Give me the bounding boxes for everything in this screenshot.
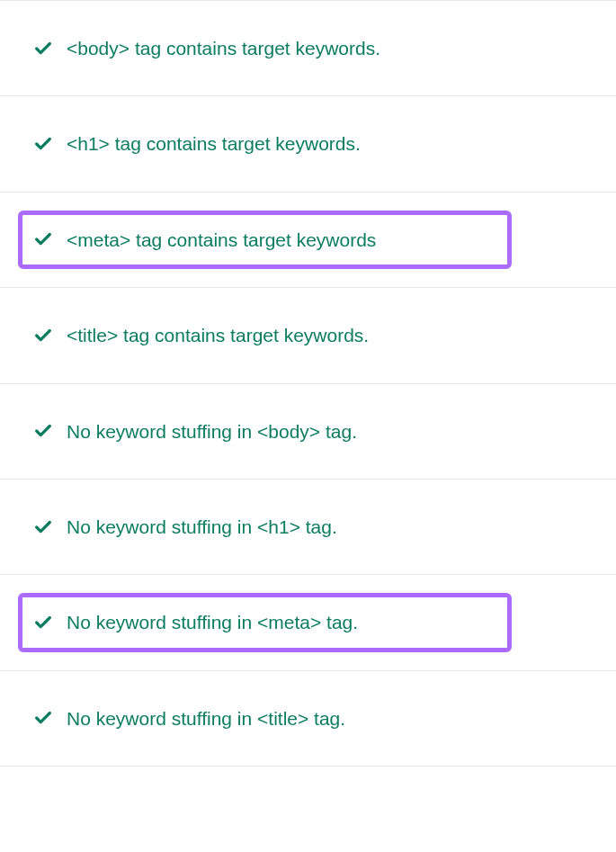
- checkmark-icon: [32, 229, 54, 250]
- check-text: No keyword stuffing in <body> tag.: [67, 418, 357, 444]
- check-item-title-stuffing[interactable]: No keyword stuffing in <title> tag.: [0, 671, 616, 767]
- check-item-h1-keywords[interactable]: <h1> tag contains target keywords.: [0, 96, 616, 192]
- checkmark-icon: [32, 612, 54, 633]
- check-item-body-keywords[interactable]: <body> tag contains target keywords.: [0, 0, 616, 96]
- check-item-title-keywords[interactable]: <title> tag contains target keywords.: [0, 288, 616, 383]
- checkmark-icon: [32, 38, 54, 59]
- check-item-h1-stuffing[interactable]: No keyword stuffing in <h1> tag.: [0, 480, 616, 575]
- check-item-meta-keywords[interactable]: <meta> tag contains target keywords: [0, 193, 616, 288]
- check-text: <title> tag contains target keywords.: [67, 322, 369, 348]
- check-text: <meta> tag contains target keywords: [67, 227, 376, 253]
- check-item-meta-stuffing[interactable]: No keyword stuffing in <meta> tag.: [0, 575, 616, 670]
- checkmark-icon: [32, 707, 54, 729]
- checkmark-icon: [32, 325, 54, 346]
- check-text: No keyword stuffing in <h1> tag.: [67, 514, 337, 540]
- check-text: <h1> tag contains target keywords.: [67, 130, 361, 157]
- seo-checklist: <body> tag contains target keywords. <h1…: [0, 0, 616, 767]
- checkmark-icon: [32, 420, 54, 442]
- checkmark-icon: [32, 516, 54, 538]
- check-item-body-stuffing[interactable]: No keyword stuffing in <body> tag.: [0, 384, 616, 480]
- check-text: No keyword stuffing in <title> tag.: [67, 705, 345, 731]
- checkmark-icon: [32, 133, 54, 155]
- check-text: <body> tag contains target keywords.: [67, 35, 380, 61]
- check-text: No keyword stuffing in <meta> tag.: [67, 609, 358, 635]
